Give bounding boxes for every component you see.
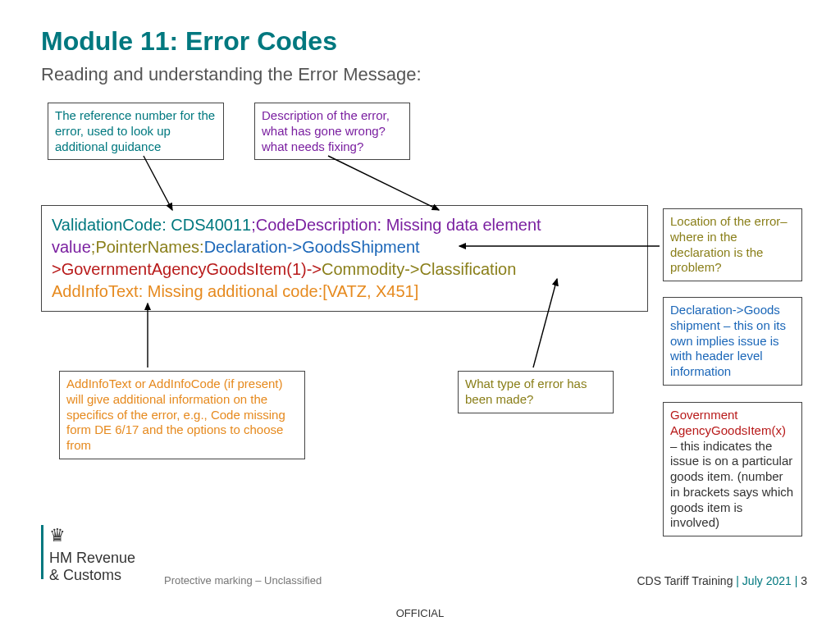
footer-sep1: | <box>736 574 742 587</box>
footer-date: July 2021 <box>742 574 792 587</box>
footer-right: CDS Tariff Training | July 2021 | 3 <box>637 574 807 587</box>
footer-page: 3 <box>801 574 807 587</box>
logo-line2: & Customs <box>49 567 135 584</box>
err-addinfo: AddInfoText: Missing additional code:[VA… <box>52 282 418 300</box>
logo-line1: HM Revenue <box>49 550 135 567</box>
err-decl-goods: Declaration->GoodsShipment <box>204 238 420 256</box>
callout-whattype: What type of error has been made? <box>458 371 614 413</box>
svg-line-1 <box>328 156 439 210</box>
err-validation-code: ValidationCode: CDS40011 <box>52 216 251 234</box>
callout-government: Government AgencyGoodsItem(x) – this ind… <box>663 402 802 536</box>
callout-addinfo: AddInfoText or AddInfoCode (if present) … <box>59 371 305 459</box>
hmrc-logo: ♛ HM Revenue & Customs <box>41 525 135 584</box>
err-commodity: Commodity->Classification <box>322 260 516 278</box>
official-marking: OFFICIAL <box>0 607 840 619</box>
footer-training: CDS Tariff Training <box>637 574 733 587</box>
callout-declaration: Declaration->Goods shipment – this on it… <box>663 297 802 386</box>
svg-line-0 <box>144 156 172 210</box>
slide-subtitle: Reading and understanding the Error Mess… <box>41 64 422 85</box>
crown-icon: ♛ <box>49 525 135 546</box>
err-government: >GovernmentAgencyGoodsItem(1)-> <box>52 260 322 278</box>
callout-reference: The reference number for the error, used… <box>48 103 224 160</box>
callout-government-rest: – this indicates the issue is on a parti… <box>670 439 793 530</box>
slide-title: Module 11: Error Codes <box>41 26 337 57</box>
callout-government-prefix: Government AgencyGoodsItem(x) <box>670 408 786 437</box>
err-pointer-names: PointerNames: <box>95 238 203 256</box>
callout-description: Description of the error, what has gone … <box>254 103 410 160</box>
error-message-box: ValidationCode: CDS40011;CodeDescription… <box>41 205 648 312</box>
protective-marking: Protective marking – Unclassified <box>164 574 322 587</box>
footer-sep2: | <box>792 574 801 587</box>
callout-location: Location of the error– where in the decl… <box>663 208 802 281</box>
